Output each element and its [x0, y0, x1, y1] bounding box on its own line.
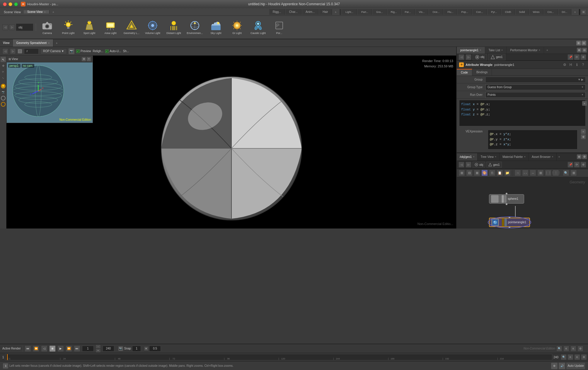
ngt-asset-browser[interactable]: Asset Browser ×: [529, 153, 557, 161]
obj-path[interactable]: obj: [16, 23, 33, 31]
rtt-pw-close[interactable]: ×: [480, 49, 481, 52]
tl-skip-begin[interactable]: ⏮: [25, 345, 31, 352]
rtt-expand[interactable]: ⊞: [577, 48, 582, 52]
group-type-select[interactable]: Guess from Group ▼: [485, 84, 586, 90]
vp-nav-fwd[interactable]: ▷: [10, 48, 16, 54]
tool-volume-light[interactable]: Volume Light: [143, 17, 163, 37]
rtt-pointwrangle[interactable]: pointwrangle1 ×: [457, 47, 485, 54]
tab-par[interactable]: Par...: [401, 9, 415, 15]
tl-key-nav2[interactable]: K: [574, 354, 580, 360]
sphere1-body[interactable]: sphere1: [489, 194, 524, 204]
ng-grid3[interactable]: ⋮⋮⋮: [553, 170, 559, 176]
tab-pyr[interactable]: Pyr...: [488, 9, 501, 15]
vex-expr-expand[interactable]: +: [581, 129, 586, 134]
tab-scene-view[interactable]: Scene View ×: [24, 10, 50, 13]
tl-frame-minus[interactable]: -: [96, 345, 101, 349]
status-icon3[interactable]: 🔊: [559, 363, 565, 369]
tab-con[interactable]: Con...: [473, 9, 487, 15]
node-pointwrangle1[interactable]: pointwrangle1: [489, 218, 530, 227]
tool-por[interactable]: P Por...: [269, 17, 289, 37]
tl-play-back[interactable]: ◁: [41, 345, 47, 352]
tab-add-right[interactable]: +: [333, 9, 339, 15]
vp-circle-tool[interactable]: [1, 96, 6, 100]
frame-val-toggle[interactable]: ✕: [144, 346, 149, 351]
tab-gra[interactable]: Gra...: [373, 9, 387, 15]
vp-select-tool[interactable]: ↖: [1, 57, 6, 62]
tab-add-tools[interactable]: +: [572, 9, 578, 15]
ngt-material-palette[interactable]: Material Palette ×: [500, 153, 529, 161]
group-arrow[interactable]: ▶: [581, 78, 584, 81]
aw-info[interactable]: ℹ: [574, 62, 580, 67]
preview-check[interactable]: ✓: [76, 50, 80, 53]
tool-distant-light[interactable]: Distant Light: [164, 17, 184, 37]
tl-key2[interactable]: K: [570, 346, 576, 352]
tool-sky-light[interactable]: Sky Light: [206, 17, 226, 37]
ng-canvas[interactable]: Geometry: [457, 177, 588, 229]
rtt-perf-monitor[interactable]: Performance Monitor ×: [507, 47, 544, 54]
tab-code[interactable]: Code: [457, 69, 472, 76]
code-expand-btn[interactable]: +: [582, 101, 587, 106]
ngt-add[interactable]: +: [557, 153, 562, 161]
group-input[interactable]: ▼ ▶: [485, 77, 586, 83]
tl-step-back[interactable]: ⏪: [33, 345, 39, 352]
tool-env-light[interactable]: Environmen...: [185, 17, 205, 37]
rtt-options[interactable]: ⊟: [582, 48, 587, 52]
rtt-add[interactable]: +: [544, 47, 550, 54]
vex-code-editor[interactable]: float x = @P.x; float y = @P.y; float z …: [459, 100, 586, 126]
ng-dash2[interactable]: --: [530, 170, 536, 176]
collapse-icon[interactable]: ⊟: [582, 41, 586, 45]
rp-sync[interactable]: ⟳: [574, 54, 580, 60]
tab-cloth[interactable]: Cloth: [502, 9, 515, 15]
vex-expr-editor[interactable]: @P.x = y*z; @P.y = z*x; @P.z = x*y;: [488, 130, 577, 149]
nav-fwd[interactable]: ▷: [9, 24, 15, 30]
ngt-ab-close[interactable]: ×: [552, 155, 553, 158]
tool-area-light[interactable]: Area Light: [100, 17, 120, 37]
rtt-pm-close[interactable]: ×: [539, 49, 540, 52]
sub-tab-geometry-spreadsheet[interactable]: Geometry Spreadsheet ×: [13, 39, 54, 47]
tl-step-fwd[interactable]: ⏩: [66, 345, 72, 352]
tab-vis[interactable]: Vis...: [415, 9, 429, 15]
tool-gi-light[interactable]: GI Light: [227, 17, 247, 37]
rtt-tl-close[interactable]: ×: [501, 49, 503, 52]
viewport-content[interactable]: ⊞ View ⚙ ?: [6, 56, 456, 229]
tab-wires[interactable]: Wires: [529, 9, 543, 15]
ng-expand[interactable]: →: [514, 170, 521, 176]
ngt-tree-view[interactable]: Tree View ×: [478, 153, 500, 161]
tl-current-frame-input[interactable]: [82, 346, 94, 352]
ng-layout[interactable]: ⊠: [474, 170, 480, 176]
ng-zoom-in[interactable]: 🔍: [563, 170, 569, 176]
geo-spreadsheet-close[interactable]: ×: [48, 42, 50, 45]
ngt-tv-close[interactable]: ×: [495, 155, 496, 158]
tab-anim[interactable]: Anim...: [302, 9, 318, 15]
expand-icon[interactable]: ⊞: [576, 41, 581, 45]
minimize-button[interactable]: [8, 2, 12, 6]
status-icon2[interactable]: ⚙: [551, 363, 558, 369]
render-snap-icon[interactable]: 📷: [69, 48, 74, 54]
menu-scene-view[interactable]: Scene View: [1, 10, 23, 14]
vp-light-tool[interactable]: 💡: [1, 84, 6, 88]
ng-copy[interactable]: ⎘: [489, 170, 495, 176]
tl-key-nav[interactable]: K: [567, 354, 573, 360]
ngt-obj-geo1[interactable]: /obj/geo1 ×: [457, 153, 478, 161]
ngt-og-close[interactable]: ×: [473, 155, 474, 158]
frame-val-input[interactable]: [149, 346, 161, 352]
ng-dash[interactable]: - -: [522, 170, 529, 176]
pointwrangle1-body[interactable]: pointwrangle1: [489, 218, 530, 227]
tab-light[interactable]: Light...: [342, 9, 357, 15]
aw-help[interactable]: ?: [580, 62, 586, 67]
tab-pop[interactable]: Pop...: [458, 9, 472, 15]
tool-spot-light[interactable]: Spot Light: [79, 17, 99, 37]
tab-solid[interactable]: Solid: [516, 9, 529, 15]
tab-part[interactable]: Part...: [358, 9, 372, 15]
vp-scale-tool[interactable]: ⤡: [1, 75, 6, 81]
ng-sync[interactable]: ⟳: [574, 162, 580, 168]
vp-camera-tool[interactable]: 📷: [1, 89, 6, 95]
aw-gear[interactable]: ⚙: [562, 62, 567, 67]
tab-flu[interactable]: Flu...: [444, 9, 457, 15]
nav-back[interactable]: ◁: [2, 24, 8, 30]
rp-pin[interactable]: 📌: [567, 54, 573, 60]
small-vp-gear[interactable]: ⚙: [82, 57, 86, 61]
tab-char[interactable]: Char...: [286, 9, 301, 15]
tab-hair[interactable]: Hair: [319, 9, 332, 15]
tab-dri[interactable]: Dri...: [558, 9, 571, 15]
